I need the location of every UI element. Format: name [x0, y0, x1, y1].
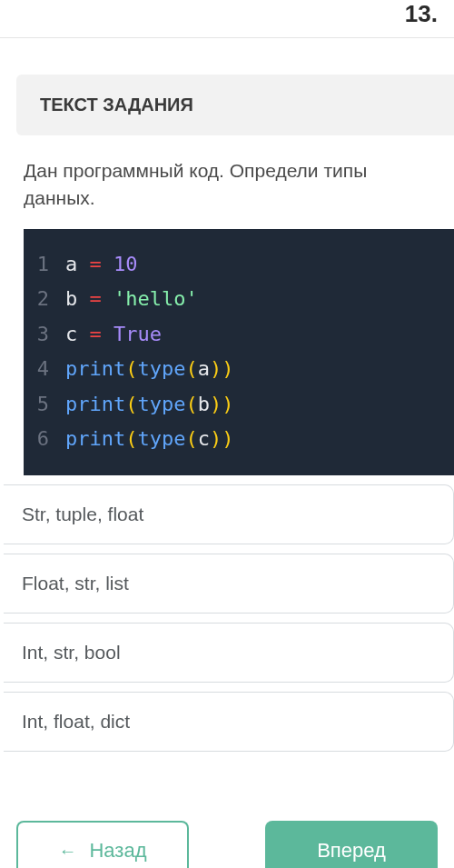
- code-token: [102, 253, 114, 275]
- code-token: c: [198, 427, 210, 450]
- line-number: 1: [24, 247, 65, 283]
- code-content: print(type(a)): [65, 352, 233, 387]
- answer-option[interactable]: Str, tuple, float: [4, 484, 454, 544]
- back-button[interactable]: ← Назад: [16, 821, 189, 868]
- line-number: 5: [24, 387, 65, 423]
- code-token: [102, 323, 114, 345]
- code-token: print: [65, 393, 125, 415]
- code-token: (: [125, 393, 137, 415]
- top-right-fragment: 13.: [405, 0, 438, 28]
- code-token: type: [137, 393, 185, 415]
- code-token: (: [125, 357, 137, 380]
- code-token: ): [210, 427, 222, 450]
- forward-button[interactable]: Вперед: [265, 821, 438, 868]
- back-button-label: Назад: [89, 839, 146, 863]
- code-content: c = True: [65, 317, 162, 353]
- code-token: ): [222, 427, 233, 450]
- code-block: 1a = 102b = 'hello'3c = True4print(type(…: [24, 229, 454, 475]
- code-token: a: [65, 253, 90, 275]
- code-token: =: [90, 287, 102, 310]
- code-token: =: [90, 253, 102, 275]
- nav-bar: ← Назад Вперед: [0, 821, 454, 868]
- code-line: 6print(type(c)): [24, 422, 454, 457]
- code-content: print(type(b)): [65, 387, 233, 423]
- code-token: ): [222, 393, 233, 415]
- code-token: ): [210, 357, 222, 380]
- code-token: c: [65, 323, 90, 345]
- code-token: print: [65, 427, 125, 450]
- code-line: 4print(type(a)): [24, 352, 454, 387]
- code-content: print(type(c)): [65, 422, 233, 457]
- answer-option[interactable]: Float, str, list: [4, 554, 454, 614]
- top-bar: 13.: [0, 0, 454, 37]
- code-token: (: [185, 357, 197, 380]
- code-token: (: [185, 393, 197, 415]
- code-token: ): [210, 393, 222, 415]
- code-token: type: [137, 357, 185, 380]
- code-token: b: [65, 287, 90, 310]
- answer-options: Str, tuple, floatFloat, str, listInt, st…: [0, 484, 454, 752]
- code-line: 2b = 'hello': [24, 282, 454, 317]
- answer-option[interactable]: Int, float, dict: [4, 692, 454, 752]
- code-token: ): [222, 357, 233, 380]
- code-content: b = 'hello': [65, 282, 198, 317]
- code-token: [102, 287, 114, 310]
- code-token: (: [125, 427, 137, 450]
- line-number: 2: [24, 282, 65, 317]
- answer-option[interactable]: Int, str, bool: [4, 623, 454, 683]
- code-line: 5print(type(b)): [24, 387, 454, 423]
- code-token: =: [90, 323, 102, 345]
- divider: [0, 37, 454, 38]
- code-content: a = 10: [65, 247, 138, 283]
- code-token: b: [198, 393, 210, 415]
- code-token: 10: [114, 253, 138, 275]
- code-line: 1a = 10: [24, 247, 454, 283]
- line-number: 3: [24, 317, 65, 353]
- code-line: 3c = True: [24, 317, 454, 353]
- code-token: (: [185, 427, 197, 450]
- code-token: type: [137, 427, 185, 450]
- section-title: ТЕКСТ ЗАДАНИЯ: [16, 75, 454, 135]
- question-text: Дан программный код. Определи типы данны…: [0, 135, 454, 229]
- code-token: print: [65, 357, 125, 380]
- code-token: True: [114, 323, 162, 345]
- code-token: 'hello': [114, 287, 198, 310]
- arrow-left-icon: ←: [58, 841, 76, 862]
- forward-button-label: Вперед: [317, 839, 386, 863]
- code-token: a: [198, 357, 210, 380]
- line-number: 4: [24, 352, 65, 387]
- line-number: 6: [24, 422, 65, 457]
